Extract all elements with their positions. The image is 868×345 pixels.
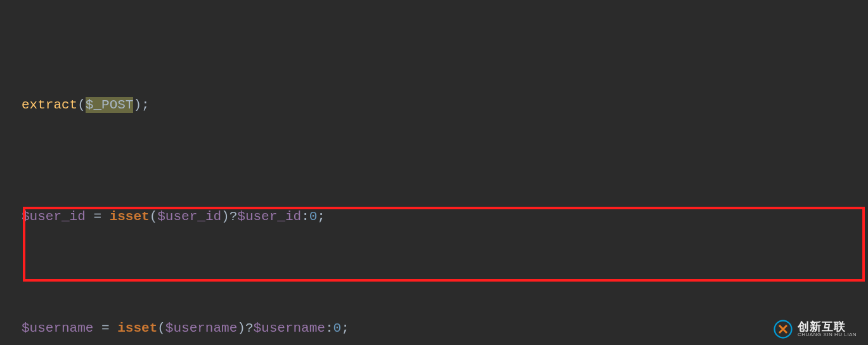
token-var: $username xyxy=(22,321,93,335)
token: )? xyxy=(221,209,237,224)
code-line: extract($_POST); xyxy=(22,91,868,119)
token-number: 0 xyxy=(309,209,318,224)
code-editor[interactable]: extract($_POST); $user_id = isset($user_… xyxy=(0,0,868,345)
token-keyword: isset xyxy=(110,209,150,224)
token: = xyxy=(93,321,117,335)
token-var: $_POST xyxy=(86,97,134,113)
token: )? xyxy=(237,321,253,335)
token-func: extract xyxy=(22,98,77,112)
token: = xyxy=(86,209,110,224)
token: ; xyxy=(317,209,325,224)
token-var: $username xyxy=(165,321,237,335)
token: ( xyxy=(77,98,86,112)
logo-icon xyxy=(774,320,793,339)
watermark-subtext: CHUANG XIN HU LIAN xyxy=(798,332,857,337)
token: ( xyxy=(150,209,158,224)
token-var: $user_id xyxy=(237,209,301,224)
token: ; xyxy=(341,321,349,335)
token-number: 0 xyxy=(334,321,342,335)
token-var: $user_id xyxy=(22,209,86,224)
token: ); xyxy=(133,98,149,112)
token-var: $username xyxy=(254,321,325,335)
watermark-text: 创新互联 xyxy=(798,321,857,332)
token: ( xyxy=(157,321,165,335)
token: : xyxy=(325,321,334,335)
watermark: 创新互联 CHUANG XIN HU LIAN xyxy=(774,320,857,339)
token-var: $user_id xyxy=(157,209,221,224)
token-keyword: isset xyxy=(117,321,157,335)
token: : xyxy=(301,209,309,224)
code-line: $user_id = isset($user_id)?$user_id:0; xyxy=(22,203,868,231)
code-line: $username = isset($username)?$username:0… xyxy=(22,315,868,342)
